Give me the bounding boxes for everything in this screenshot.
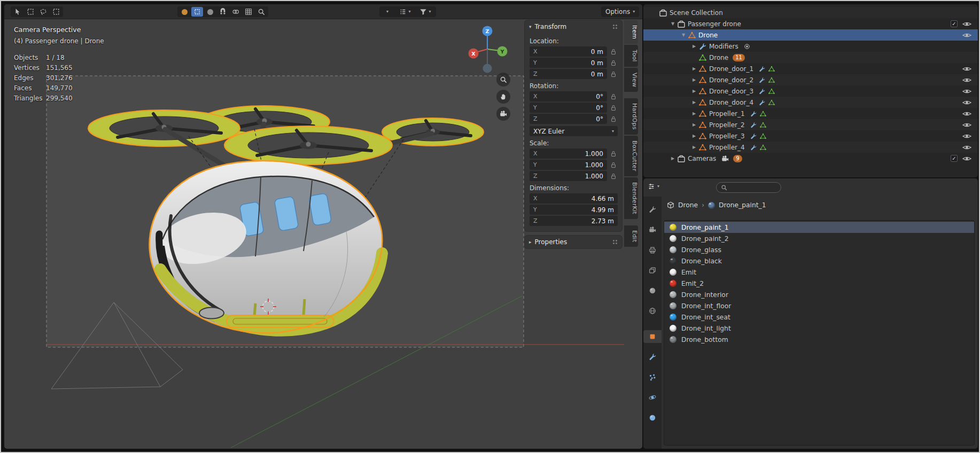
outliner-row-drone-mesh-data[interactable]: Drone 11 — [643, 52, 978, 63]
lock-icon[interactable] — [609, 173, 618, 179]
material-slot[interactable]: Drone_int_floor — [664, 300, 974, 311]
tweak-select-icon[interactable] — [12, 7, 24, 17]
dimensions-x-field[interactable]: X4.66 m — [530, 193, 618, 204]
tab-tool-properties[interactable] — [643, 203, 662, 216]
tab-world-properties[interactable] — [643, 304, 662, 317]
options-button[interactable]: Options ▾ — [601, 6, 639, 17]
tab-blenderkit[interactable]: BlenderKit — [624, 177, 638, 219]
disclosure-icon[interactable]: ▶ — [690, 44, 698, 49]
navigation-gizmo[interactable]: Z Y X — [457, 20, 516, 78]
disclosure-icon[interactable]: ▶ — [690, 145, 698, 150]
modifier-render-toggle-icon[interactable] — [744, 43, 750, 50]
search-icon[interactable] — [255, 7, 267, 17]
outliner-row-scene-collection[interactable]: Scene Collection — [643, 7, 978, 18]
eye-icon[interactable] — [962, 99, 971, 106]
rotation-x-field[interactable]: X0° — [530, 91, 607, 101]
lock-icon[interactable] — [609, 49, 618, 55]
search-input[interactable] — [730, 184, 773, 191]
outliner-row-modifiers[interactable]: ▶ Modifiers — [643, 41, 978, 52]
lock-icon[interactable] — [609, 105, 618, 111]
disclosure-icon[interactable]: ▶ — [690, 100, 698, 105]
scale-y-field[interactable]: Y1.000 — [530, 160, 607, 170]
breadcrumb-object[interactable]: Drone — [678, 201, 698, 209]
tab-output-properties[interactable] — [643, 244, 662, 256]
lock-icon[interactable] — [609, 60, 618, 66]
disclosure-icon[interactable]: ▶ — [690, 89, 698, 93]
tab-modifier-properties[interactable] — [643, 350, 662, 363]
outliner-row-cameras[interactable]: ▶ Cameras 9 ✓ — [643, 153, 978, 164]
location-x-field[interactable]: X0 m — [530, 46, 607, 57]
editor-type-button[interactable]: ▾ — [648, 183, 659, 190]
eye-icon[interactable] — [962, 66, 971, 72]
proportional-edit-icon[interactable] — [178, 7, 190, 17]
outliner-row-drone-door-4[interactable]: ▶ Drone_door_4 — [643, 97, 978, 108]
eye-icon[interactable] — [962, 122, 971, 128]
outliner-row-propeller-1[interactable]: ▶ Propeller_1 — [643, 108, 978, 119]
material-slot[interactable]: Drone_bottom — [664, 334, 974, 345]
disclosure-icon[interactable]: ▶ — [690, 77, 698, 82]
disclosure-icon[interactable]: ▶ — [669, 156, 676, 161]
disclosure-icon[interactable]: ▶ — [690, 111, 698, 116]
falloff-sphere-icon[interactable] — [204, 7, 216, 17]
collection-checkbox[interactable]: ✓ — [951, 20, 958, 27]
breadcrumb-material[interactable]: Drone_paint_1 — [719, 201, 766, 209]
panel-grip-icon[interactable] — [613, 25, 618, 29]
transform-panel-header[interactable]: ▾ Transform — [525, 20, 622, 33]
tab-item[interactable]: Item — [624, 20, 638, 44]
tab-boxcutter[interactable]: BoxCutter — [624, 136, 638, 176]
tab-edit[interactable]: Edit — [624, 225, 638, 247]
location-y-field[interactable]: Y0 m — [530, 58, 607, 68]
3d-viewport[interactable]: Z Y X Camera Perspective (4) Passenger d… — [4, 4, 642, 449]
lasso-select-icon[interactable] — [50, 7, 62, 17]
dimensions-y-field[interactable]: Y4.99 m — [530, 205, 618, 215]
eye-icon[interactable] — [962, 144, 971, 151]
zoom-button[interactable] — [496, 73, 510, 87]
outliner-row-drone-door-3[interactable]: ▶ Drone_door_3 — [643, 85, 978, 97]
tab-view-layer-properties[interactable] — [643, 264, 662, 277]
tab-render-properties[interactable] — [643, 223, 662, 236]
disclosure-icon[interactable]: ▶ — [690, 134, 698, 138]
outliner-row-propeller-3[interactable]: ▶ Propeller_3 — [643, 130, 978, 142]
dimensions-z-field[interactable]: Z2.73 m — [530, 216, 618, 226]
rotation-mode-dropdown[interactable]: XYZ Euler▾ — [530, 126, 618, 136]
rotation-z-field[interactable]: Z0° — [530, 114, 607, 124]
snap-magnet-icon[interactable] — [217, 7, 229, 17]
tab-tool[interactable]: Tool — [624, 45, 638, 67]
material-slot[interactable]: Emit — [664, 267, 974, 278]
scale-x-field[interactable]: X1.000 — [530, 149, 607, 159]
disclosure-icon[interactable]: ▶ — [690, 122, 698, 127]
eye-icon[interactable] — [962, 32, 971, 38]
lock-icon[interactable] — [609, 151, 618, 157]
disclosure-icon[interactable]: ▼ — [680, 33, 687, 37]
lock-icon[interactable] — [609, 93, 618, 100]
eye-icon[interactable] — [962, 133, 971, 139]
tab-particle-properties[interactable] — [643, 371, 662, 384]
rotation-y-field[interactable]: Y0° — [530, 103, 607, 113]
material-slot[interactable]: Drone_int_seat — [664, 311, 974, 323]
tab-physics-properties[interactable] — [643, 391, 662, 404]
camera-view-button[interactable] — [496, 107, 510, 121]
panel-disclosure-icon[interactable]: ▾ — [529, 25, 532, 29]
filter-dropdown[interactable]: ▾ — [416, 7, 435, 17]
eye-icon[interactable] — [962, 111, 971, 117]
panel-disclosure-icon[interactable]: ▸ — [529, 240, 532, 245]
properties-collapsed-panel[interactable]: ▸ Properties — [525, 236, 622, 248]
outliner-row-propeller-4[interactable]: ▶ Propeller_4 — [643, 142, 978, 153]
panel-grip-icon[interactable] — [613, 240, 618, 245]
box-select-icon[interactable] — [25, 7, 36, 17]
eye-icon[interactable] — [962, 155, 971, 162]
eye-icon[interactable] — [962, 88, 971, 95]
tab-object-properties[interactable] — [643, 330, 662, 343]
material-slot[interactable]: Drone_paint_1 — [664, 222, 974, 233]
active-tool-icon[interactable] — [191, 7, 203, 17]
orientation-dropdown[interactable]: ▾ — [380, 7, 394, 17]
material-slot[interactable]: Drone_int_light — [664, 323, 974, 334]
lock-icon[interactable] — [609, 116, 618, 122]
collection-checkbox[interactable]: ✓ — [951, 155, 958, 162]
outliner-row-drone-door-2[interactable]: ▶ Drone_door_2 — [643, 74, 978, 85]
outliner-row-drone-door-1[interactable]: ▶ Drone_door_1 — [643, 63, 978, 74]
disclosure-icon[interactable]: ▼ — [669, 21, 676, 26]
scale-z-field[interactable]: Z1.000 — [530, 171, 607, 181]
outliner-row-drone-object[interactable]: ▼ Drone — [643, 29, 978, 41]
pivot-dropdown[interactable]: ▾ — [395, 7, 415, 17]
